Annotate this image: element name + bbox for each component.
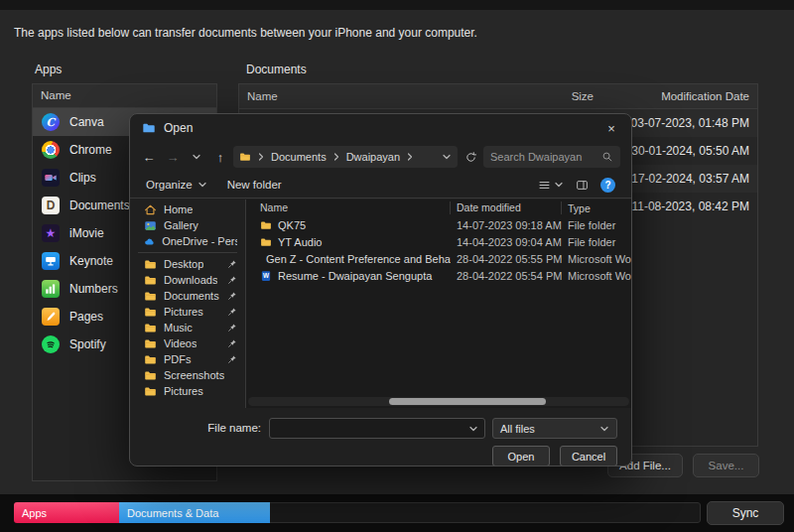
sidebar-item-downloads[interactable]: Downloads (130, 272, 245, 288)
sync-button[interactable]: Sync (707, 501, 784, 525)
file-name-input[interactable] (276, 423, 468, 435)
app-name: Numbers (69, 282, 118, 296)
new-folder-label: New folder (227, 179, 282, 191)
address-dropdown-chevron-icon[interactable] (442, 152, 452, 162)
file-name-combobox[interactable] (269, 418, 485, 439)
back-icon[interactable] (138, 146, 160, 168)
file-type-select[interactable]: All files (492, 418, 617, 439)
file-date: 28-04-2022 05:54 PM (451, 270, 562, 282)
organize-menu[interactable]: Organize (146, 179, 207, 191)
forward-icon[interactable] (162, 146, 184, 168)
sidebar-item-home[interactable]: Home (130, 201, 245, 217)
apps-table-header[interactable]: Name (33, 84, 216, 108)
help-icon[interactable] (600, 178, 615, 193)
scrollbar-thumb[interactable] (389, 398, 545, 405)
doc-column-modification-date[interactable]: Modification Date (594, 90, 757, 102)
numbers-app-icon (42, 280, 60, 298)
file-row-yt-audio[interactable]: YT Audio 14-04-2023 09:04 AM File folder (246, 233, 631, 250)
file-column-type[interactable]: Type (562, 202, 631, 214)
file-date: 14-04-2023 09:04 AM (451, 236, 562, 248)
folder-icon (144, 322, 157, 334)
spotify-app-icon (42, 335, 60, 353)
sidebar-item-pictures-2[interactable]: Pictures (130, 383, 245, 399)
file-name: Resume - Dwaipayan Sengupta (278, 270, 432, 282)
file-row-resume-document[interactable]: Resume - Dwaipayan Sengupta 28-04-2022 0… (246, 267, 631, 284)
file-name: QK75 (278, 219, 306, 231)
open-button[interactable]: Open (492, 446, 550, 466)
view-mode-button[interactable] (538, 179, 564, 192)
chrome-app-icon (42, 141, 60, 159)
sidebar-item-gallery[interactable]: Gallery (130, 217, 245, 233)
folder-icon (144, 385, 157, 398)
save-button[interactable]: Save... (693, 454, 759, 477)
doc-column-size[interactable]: Size (474, 90, 594, 102)
window-top-strip (0, 0, 794, 10)
capacity-segment-documents: Documents & Data (119, 502, 270, 523)
pin-icon (227, 354, 237, 364)
folder-icon (144, 306, 157, 319)
home-icon (144, 203, 157, 216)
sidebar-item-documents[interactable]: Documents (130, 288, 245, 304)
folder-icon (260, 236, 272, 248)
close-icon[interactable] (592, 114, 631, 142)
app-name: Canva (69, 115, 104, 129)
organize-label: Organize (146, 179, 193, 191)
file-date: 28-04-2022 05:55 PM (451, 253, 562, 265)
pin-icon (227, 323, 237, 332)
up-icon[interactable] (209, 146, 231, 168)
documents-section-label: Documents (246, 63, 307, 76)
horizontal-scrollbar[interactable] (248, 397, 629, 406)
sidebar-item-screenshots[interactable]: Screenshots (130, 367, 245, 383)
sidebar-label: Videos (164, 337, 197, 349)
folder-icon (144, 353, 157, 366)
sidebar-item-desktop[interactable]: Desktop (130, 256, 245, 272)
breadcrumb-item-documents[interactable]: Documents (271, 151, 327, 163)
file-type: Microsoft Word D (562, 253, 631, 265)
new-folder-button[interactable]: New folder (227, 179, 282, 191)
breadcrumb[interactable]: Documents Dwaipayan (233, 146, 458, 168)
word-document-icon (260, 270, 272, 282)
file-name-label: File name: (190, 422, 261, 434)
app-name: Clips (69, 171, 96, 185)
folder-icon (144, 369, 157, 382)
sidebar-item-videos[interactable]: Videos (130, 335, 245, 351)
clips-app-icon (42, 169, 60, 187)
folder-icon (144, 290, 157, 303)
capacity-segment-free (270, 502, 701, 523)
documents-table-header[interactable]: Name Size Modification Date (239, 84, 757, 109)
search-icon (601, 151, 613, 163)
preview-pane-icon[interactable] (576, 179, 589, 192)
file-column-name[interactable]: Name (246, 201, 451, 214)
chevron-down-icon (468, 424, 478, 434)
sidebar-item-onedrive[interactable]: OneDrive - Persor (130, 233, 245, 249)
cloud-icon (144, 235, 155, 248)
dialog-body: Home Gallery OneDrive - Persor Desktop (130, 200, 631, 408)
refresh-icon[interactable] (460, 146, 481, 168)
sidebar-item-music[interactable]: Music (130, 320, 245, 335)
recent-locations-chevron-icon[interactable] (186, 146, 207, 168)
sidebar-item-pictures[interactable]: Pictures (130, 304, 245, 320)
sidebar-item-pdfs[interactable]: PDFs (130, 351, 245, 367)
folder-icon (144, 258, 157, 271)
footer-bar: Apps Documents & Data Sync (0, 494, 794, 532)
breadcrumb-item-dwaipayan[interactable]: Dwaipayan (346, 151, 400, 163)
dialog-footer: File name: All files Open Cancel (130, 412, 631, 466)
documents-app-icon (42, 197, 60, 214)
file-date: 14-07-2023 09:18 AM (451, 219, 562, 231)
file-row-qk75[interactable]: QK75 14-07-2023 09:18 AM File folder (246, 216, 631, 233)
search-box[interactable] (483, 146, 620, 168)
pin-icon (227, 307, 237, 317)
file-column-date-modified[interactable]: Date modified (451, 201, 562, 214)
dialog-folder-icon (142, 121, 156, 135)
sidebar-label: Music (164, 322, 193, 333)
file-list-header: Name Date modified Type (246, 200, 631, 216)
app-name: Documents (69, 199, 130, 212)
search-input[interactable] (490, 151, 597, 163)
sidebar-label: Desktop (164, 258, 203, 270)
file-row-genz-document[interactable]: Gen Z - Content Preference and Behaviour… (246, 250, 631, 267)
chevron-right-icon (256, 152, 266, 162)
chevron-down-icon (599, 424, 609, 434)
sidebar-label: PDFs (164, 353, 192, 365)
cancel-button[interactable]: Cancel (560, 446, 617, 466)
doc-column-name[interactable]: Name (239, 90, 474, 102)
